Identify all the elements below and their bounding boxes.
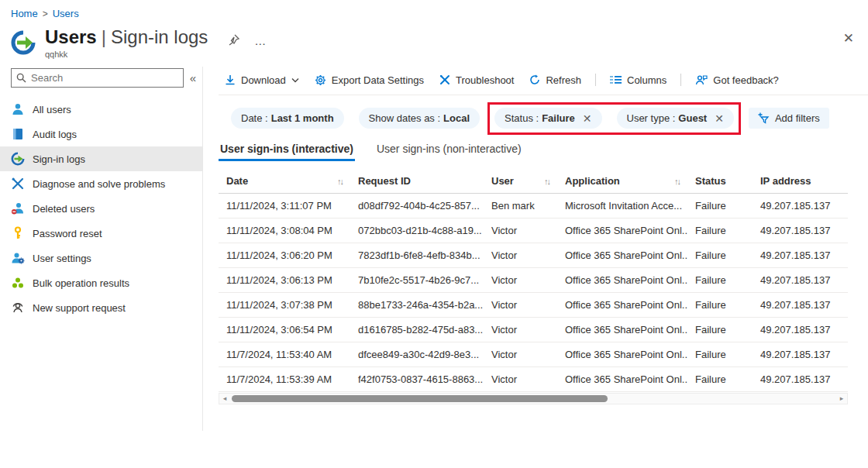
cell-request-id[interactable]: dfcee849-a30c-42d9-8e3... <box>350 342 484 367</box>
cell-status[interactable]: Failure <box>687 318 753 342</box>
sidebar-item-support-request[interactable]: New support request <box>0 295 202 320</box>
cell-ip-address[interactable]: 49.207.185.137 <box>753 268 848 293</box>
cell-user[interactable]: Victor <box>484 219 557 243</box>
tab-user-signins-non-interactive[interactable]: User sign-ins (non-interactive) <box>375 141 523 161</box>
cell-request-id[interactable]: 072bbc03-d21b-4c88-a19... <box>350 219 484 243</box>
cell-status[interactable]: Failure <box>687 194 753 219</box>
pin-icon[interactable] <box>228 33 240 48</box>
cell-request-id[interactable]: 7823df1b-6fe8-4efb-834b... <box>350 243 484 268</box>
scrollbar-track[interactable] <box>230 394 836 404</box>
cell-ip-address[interactable]: 49.207.185.137 <box>753 367 848 392</box>
table-row[interactable]: 11/11/2024, 3:11:07 PM d08df792-404b-4c2… <box>219 194 848 219</box>
cell-ip-address[interactable]: 49.207.185.137 <box>753 243 848 268</box>
column-header-status[interactable]: Status <box>687 170 753 194</box>
cell-ip-address[interactable]: 49.207.185.137 <box>753 219 848 243</box>
cell-application[interactable]: Office 365 SharePoint Onl... <box>557 268 687 293</box>
ellipsis-icon[interactable]: … <box>254 34 267 47</box>
cell-request-id[interactable]: d1616785-b282-475d-a83... <box>350 318 484 342</box>
cell-status[interactable]: Failure <box>687 342 753 367</box>
cell-user[interactable]: Victor <box>484 342 557 367</box>
filter-pill-user-type[interactable]: User type :Guest ✕ <box>617 108 734 129</box>
search-input[interactable] <box>31 72 178 84</box>
sort-icon[interactable]: ↑↓ <box>544 177 549 186</box>
column-header-date[interactable]: Date↑↓ <box>219 170 350 194</box>
sidebar-item-signin-logs[interactable]: Sign-in logs <box>0 146 202 171</box>
cell-status[interactable]: Failure <box>687 268 753 293</box>
sidebar-item-diagnose[interactable]: Diagnose and solve problems <box>0 171 202 196</box>
sort-icon[interactable]: ↑↓ <box>674 177 680 186</box>
cell-application[interactable]: Office 365 SharePoint Onl... <box>557 219 687 243</box>
cell-date[interactable]: 11/11/2024, 3:11:07 PM <box>219 194 350 219</box>
cell-user[interactable]: Victor <box>484 367 557 392</box>
export-data-settings-button[interactable]: Export Data Settings <box>308 71 430 89</box>
cell-status[interactable]: Failure <box>687 293 753 318</box>
column-header-application[interactable]: Application↑↓ <box>557 170 687 194</box>
cell-application[interactable]: Office 365 SharePoint Onl... <box>557 293 687 318</box>
cell-date[interactable]: 11/11/2024, 3:06:20 PM <box>219 243 350 268</box>
cell-application[interactable]: Office 365 SharePoint Onl... <box>557 243 687 268</box>
sidebar-item-user-settings[interactable]: User settings <box>0 246 202 270</box>
filter-pill-status[interactable]: Status :Failure ✕ <box>494 108 601 129</box>
cell-date[interactable]: 11/11/2024, 3:06:13 PM <box>219 268 350 293</box>
table-row[interactable]: 11/11/2024, 3:06:54 PM d1616785-b282-475… <box>219 318 848 342</box>
sort-icon[interactable]: ↑↓ <box>337 177 343 186</box>
cell-user[interactable]: Victor <box>484 243 557 268</box>
table-row[interactable]: 11/7/2024, 11:53:40 AM dfcee849-a30c-42d… <box>219 342 848 367</box>
cell-date[interactable]: 11/11/2024, 3:07:38 PM <box>219 293 350 318</box>
breadcrumb-users-link[interactable]: Users <box>53 8 79 19</box>
filter-pill-show-dates-as[interactable]: Show dates as :Local <box>359 108 480 129</box>
collapse-sidebar-icon[interactable]: « <box>190 71 196 84</box>
cell-ip-address[interactable]: 49.207.185.137 <box>753 194 848 219</box>
breadcrumb-home-link[interactable]: Home <box>11 8 38 19</box>
table-row[interactable]: 11/11/2024, 3:06:20 PM 7823df1b-6fe8-4ef… <box>219 243 848 268</box>
cell-application[interactable]: Office 365 SharePoint Onl... <box>557 342 687 367</box>
column-header-user[interactable]: User↑↓ <box>484 170 557 194</box>
tab-user-signins-interactive[interactable]: User sign-ins (interactive) <box>219 141 355 161</box>
cell-user[interactable]: Victor <box>484 293 557 318</box>
table-row[interactable]: 11/7/2024, 11:53:39 AM f42f0753-0837-461… <box>219 367 848 392</box>
columns-button[interactable]: Columns <box>604 71 673 89</box>
cell-user[interactable]: Victor <box>484 268 557 293</box>
cell-user[interactable]: Ben mark <box>484 194 557 219</box>
sidebar-item-password-reset[interactable]: Password reset <box>0 221 202 246</box>
cell-date[interactable]: 11/7/2024, 11:53:39 AM <box>219 367 350 392</box>
cell-status[interactable]: Failure <box>687 243 753 268</box>
table-row[interactable]: 11/11/2024, 3:08:04 PM 072bbc03-d21b-4c8… <box>219 219 848 243</box>
table-row[interactable]: 11/11/2024, 3:06:13 PM 7b10fe2c-5517-4b2… <box>219 268 848 293</box>
feedback-button[interactable]: Got feedback? <box>689 71 785 89</box>
sidebar-item-bulk-results[interactable]: Bulk operation results <box>0 270 202 295</box>
column-header-request-id[interactable]: Request ID <box>350 170 484 194</box>
cell-date[interactable]: 11/7/2024, 11:53:40 AM <box>219 342 350 367</box>
column-header-ip-address[interactable]: IP address <box>753 170 848 194</box>
scrollbar-thumb[interactable] <box>232 395 608 402</box>
remove-filter-icon[interactable]: ✕ <box>583 112 592 125</box>
remove-filter-icon[interactable]: ✕ <box>715 112 724 125</box>
cell-application[interactable]: Microsoft Invitation Acce... <box>557 194 687 219</box>
troubleshoot-button[interactable]: Troubleshoot <box>433 71 520 89</box>
sidebar-item-deleted-users[interactable]: Deleted users <box>0 196 202 221</box>
scroll-left-icon[interactable]: ◂ <box>219 394 230 404</box>
filter-pill-date[interactable]: Date :Last 1 month <box>231 108 344 129</box>
add-filters-button[interactable]: Add filters <box>749 108 829 129</box>
cell-user[interactable]: Victor <box>484 318 557 342</box>
cell-date[interactable]: 11/11/2024, 3:06:54 PM <box>219 318 350 342</box>
cell-ip-address[interactable]: 49.207.185.137 <box>753 342 848 367</box>
cell-ip-address[interactable]: 49.207.185.137 <box>753 293 848 318</box>
close-icon[interactable]: ✕ <box>843 32 854 45</box>
cell-application[interactable]: Office 365 SharePoint Onl... <box>557 367 687 392</box>
cell-application[interactable]: Office 365 SharePoint Onl... <box>557 318 687 342</box>
sidebar-item-audit-logs[interactable]: Audit logs <box>0 122 202 146</box>
cell-date[interactable]: 11/11/2024, 3:08:04 PM <box>219 219 350 243</box>
scroll-right-icon[interactable]: ▸ <box>836 394 847 404</box>
cell-request-id[interactable]: 88be1733-246a-4354-b2a... <box>350 293 484 318</box>
cell-request-id[interactable]: 7b10fe2c-5517-4b26-9c7... <box>350 268 484 293</box>
cell-status[interactable]: Failure <box>687 219 753 243</box>
sidebar-item-all-users[interactable]: All users <box>0 97 202 122</box>
cell-request-id[interactable]: d08df792-404b-4c25-857... <box>350 194 484 219</box>
refresh-button[interactable]: Refresh <box>523 71 587 89</box>
cell-ip-address[interactable]: 49.207.185.137 <box>753 318 848 342</box>
table-row[interactable]: 11/11/2024, 3:07:38 PM 88be1733-246a-435… <box>219 293 848 318</box>
download-button[interactable]: Download <box>219 71 305 89</box>
cell-status[interactable]: Failure <box>687 367 753 392</box>
cell-request-id[interactable]: f42f0753-0837-4615-8863... <box>350 367 484 392</box>
